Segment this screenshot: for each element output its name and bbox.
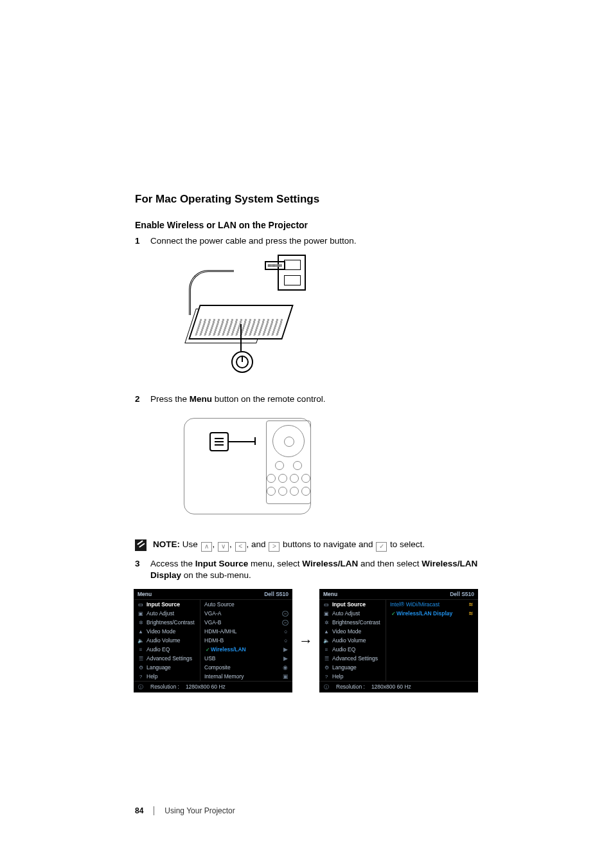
- section-heading: For Mac Operating System Settings: [135, 193, 478, 206]
- osd-model: Dell S510: [450, 591, 474, 597]
- osd-left-item: ?Help: [134, 672, 200, 681]
- figure-remote: [181, 413, 478, 522]
- b: Input Source: [195, 559, 249, 568]
- outlet-1: [284, 260, 301, 270]
- osd-grid: ▭Input SourceAuto Source▣Auto AdjustVGA-…: [134, 600, 292, 681]
- osd-title: Menu: [138, 591, 152, 597]
- osd-left-item: ⚙Language: [319, 663, 386, 672]
- osd-source-item: VGA-B: [200, 618, 278, 627]
- page-number: 84: [135, 806, 143, 815]
- osd-source-icon: ⎐: [278, 627, 292, 636]
- button-row: [267, 474, 310, 483]
- osd-titlebar: Menu Dell S510: [134, 589, 292, 600]
- osd-submenu-item: [386, 663, 464, 672]
- osd-submenu-item: [386, 618, 464, 627]
- osd-left-item: 🔈Audio Volume: [134, 636, 200, 645]
- osd-title: Menu: [323, 591, 337, 597]
- osd-left-item: ☰Advanced Settings: [319, 654, 386, 663]
- osd-left-item: ⚙Language: [134, 663, 200, 672]
- step-2: 2 Press the Menu button on the remote co…: [135, 393, 478, 532]
- step-number: 2: [135, 393, 144, 532]
- document-page: For Mac Operating System Settings Enable…: [0, 0, 613, 868]
- osd-left-item: ▣Auto Adjust: [134, 609, 200, 618]
- osd-left-item: ▭Input Source: [134, 600, 200, 609]
- status-label: Resolution :: [336, 683, 365, 691]
- osd-source-icon: ◉: [278, 663, 292, 672]
- t: to select.: [387, 539, 425, 549]
- button-row: [267, 487, 310, 496]
- osd-submenu-item: [386, 627, 464, 636]
- step-number: 3: [135, 558, 144, 581]
- status-value: 1280x800 60 Hz: [186, 683, 226, 691]
- footer-separator: [154, 806, 154, 815]
- osd-submenu-icon: [464, 636, 478, 645]
- power-plug: [265, 261, 285, 270]
- osd-left-item: ▭Input Source: [319, 600, 386, 609]
- diagram-1: [181, 255, 310, 377]
- osd-left-item: ✲Brightness/Contrast: [134, 618, 200, 627]
- osd-submenu-item: ✓ Wireless/LAN Display: [386, 609, 464, 618]
- status-value: 1280x800 60 Hz: [371, 683, 411, 691]
- bold: Menu: [190, 394, 212, 404]
- osd-submenu-item: [386, 636, 464, 645]
- osd-menu-input-source: Menu Dell S510 ▭Input SourceAuto Source▣…: [134, 589, 292, 692]
- t: menu, select: [248, 559, 302, 568]
- osd-source-icon: ▣: [278, 672, 292, 681]
- outlet-2: [284, 275, 301, 285]
- t: buttons to navigate and: [280, 539, 375, 549]
- ok-key-icon: ✓: [376, 542, 387, 552]
- osd-source-item: HDMI-B: [200, 636, 278, 645]
- text: button on the remote control.: [212, 394, 325, 404]
- step-text: Connect the power cable and press the po…: [150, 236, 356, 246]
- osd-statusbar: ⓘ Resolution : 1280x800 60 Hz: [134, 681, 292, 692]
- note-label: NOTE:: [153, 539, 180, 549]
- leader-line: [254, 437, 256, 445]
- t: Use: [180, 539, 200, 549]
- osd-submenu-icon: [464, 672, 478, 681]
- left-key-icon: <: [235, 542, 246, 552]
- figure-projector-cable: [181, 255, 478, 377]
- osd-source-icon: ▶: [278, 654, 292, 663]
- osd-model: Dell S510: [264, 591, 289, 597]
- osd-left-item: ✲Brightness/Contrast: [319, 618, 386, 627]
- osd-submenu-icon: [464, 663, 478, 672]
- up-key-icon: ∧: [201, 542, 212, 552]
- osd-source-item: Auto Source: [200, 600, 278, 609]
- power-button-icon: [231, 351, 253, 373]
- diagram-2: [181, 413, 323, 522]
- osd-submenu-item: [386, 645, 464, 654]
- b: Wireless/LAN: [302, 559, 358, 568]
- t: and then select: [358, 559, 422, 568]
- dpad-icon: [272, 425, 305, 457]
- step-3: 3 Access the Input Source menu, select W…: [135, 558, 478, 581]
- step-number: 1: [135, 235, 144, 387]
- osd-grid: ▭Input SourceIntel® WiDi/Miracast≋▣Auto …: [319, 600, 478, 681]
- osd-statusbar: ⓘ Resolution : 1280x800 60 Hz: [319, 681, 478, 692]
- osd-source-icon: ⎐: [278, 636, 292, 645]
- osd-submenu-icon: [464, 627, 478, 636]
- sub-heading: Enable Wireless or LAN on the Projector: [135, 220, 478, 230]
- small-buttons: [275, 461, 302, 470]
- osd-titlebar: Menu Dell S510: [319, 589, 478, 600]
- osd-submenu-icon: ≋: [464, 609, 478, 618]
- osd-source-item: VGA-A: [200, 609, 278, 618]
- osd-source-icon: ⎓: [278, 609, 292, 618]
- steps-list: 1 Connect the power cable and press the …: [135, 235, 478, 532]
- remote-control-panel: [266, 420, 311, 504]
- note-body: NOTE: Use ∧, ∨, <, and > buttons to navi…: [153, 539, 478, 552]
- leader-line: [240, 324, 242, 351]
- osd-submenu-item: [386, 672, 464, 681]
- osd-submenu-item: Intel® WiDi/Miracast: [386, 600, 464, 609]
- osd-left-item: ≡Audio EQ: [319, 645, 386, 654]
- osd-source-icon: [278, 600, 292, 609]
- page-footer: 84 Using Your Projector: [135, 806, 235, 815]
- steps-list-cont: 3 Access the Input Source menu, select W…: [135, 558, 478, 581]
- status-label: Resolution :: [150, 683, 179, 691]
- step-1: 1 Connect the power cable and press the …: [135, 235, 478, 387]
- osd-left-item: ▣Auto Adjust: [319, 609, 386, 618]
- arrow-right-icon: →: [296, 633, 315, 649]
- osd-submenu-item: [386, 654, 464, 663]
- osd-source-item: HDMI-A/MHL: [200, 627, 278, 636]
- osd-left-item: 🔈Audio Volume: [319, 636, 386, 645]
- step-body: Access the Input Source menu, select Wir…: [150, 558, 478, 581]
